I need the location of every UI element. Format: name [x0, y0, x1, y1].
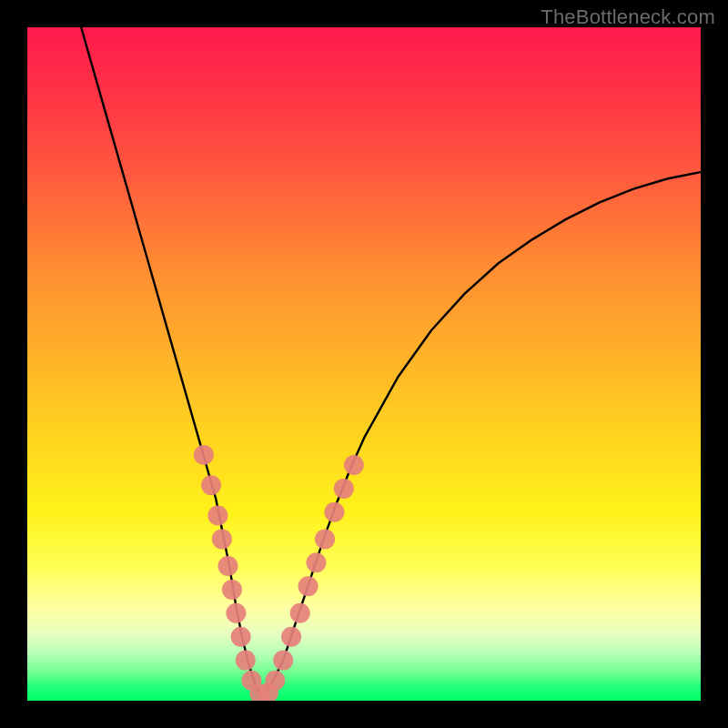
highlight-marker	[231, 627, 251, 647]
highlight-marker	[334, 479, 354, 499]
highlight-marker	[315, 529, 335, 549]
highlight-marker	[207, 506, 228, 526]
chart-frame: TheBottleneck.com	[0, 0, 728, 728]
watermark-text: TheBottleneck.com	[541, 5, 715, 29]
highlight-marker	[194, 445, 214, 465]
highlight-marker	[324, 502, 344, 522]
highlight-marker	[265, 671, 285, 691]
highlight-marker	[212, 529, 232, 549]
highlighted-points-group	[194, 445, 364, 701]
highlight-marker	[281, 627, 301, 647]
highlight-marker	[273, 651, 293, 671]
highlight-marker	[306, 552, 326, 572]
highlight-marker	[226, 603, 246, 623]
highlight-marker	[201, 475, 221, 495]
curve-layer	[27, 27, 701, 701]
highlight-marker	[236, 651, 256, 671]
highlight-marker	[222, 580, 242, 600]
highlight-marker	[298, 576, 318, 596]
bottleneck-curve	[81, 27, 701, 701]
plot-area	[27, 27, 701, 701]
highlight-marker	[218, 556, 238, 576]
highlight-marker	[344, 455, 364, 475]
highlight-marker	[290, 603, 310, 623]
